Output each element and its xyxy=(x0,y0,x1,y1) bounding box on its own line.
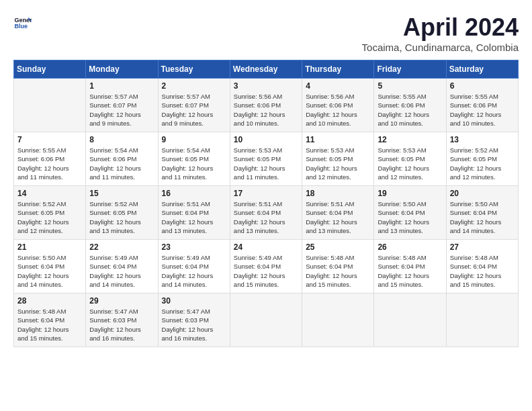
calendar-cell: 18Sunrise: 5:51 AM Sunset: 6:04 PM Dayli… xyxy=(302,186,374,240)
cell-info: Sunrise: 5:48 AM Sunset: 6:04 PM Dayligh… xyxy=(306,253,370,289)
calendar-week-row: 14Sunrise: 5:52 AM Sunset: 6:05 PM Dayli… xyxy=(14,186,519,240)
calendar-body: 1Sunrise: 5:57 AM Sunset: 6:07 PM Daylig… xyxy=(14,79,519,347)
day-of-week-header: Tuesday xyxy=(158,60,230,79)
logo-icon: General Blue xyxy=(13,13,32,32)
cell-info: Sunrise: 5:52 AM Sunset: 6:05 PM Dayligh… xyxy=(450,146,515,181)
cell-info: Sunrise: 5:48 AM Sunset: 6:04 PM Dayligh… xyxy=(17,307,82,342)
day-number: 26 xyxy=(378,242,442,252)
day-of-week-header: Thursday xyxy=(302,60,374,79)
day-number: 18 xyxy=(306,189,370,198)
calendar-cell: 29Sunrise: 5:47 AM Sunset: 6:03 PM Dayli… xyxy=(86,293,158,347)
day-number: 22 xyxy=(89,242,154,252)
cell-info: Sunrise: 5:50 AM Sunset: 6:04 PM Dayligh… xyxy=(378,199,442,235)
cell-info: Sunrise: 5:53 AM Sunset: 6:05 PM Dayligh… xyxy=(306,146,370,181)
svg-text:Blue: Blue xyxy=(14,23,28,30)
calendar-cell: 1Sunrise: 5:57 AM Sunset: 6:07 PM Daylig… xyxy=(86,79,158,132)
day-number: 6 xyxy=(450,81,515,91)
location: Tocaima, Cundinamarca, Colombia xyxy=(362,42,519,53)
calendar-cell: 16Sunrise: 5:51 AM Sunset: 6:04 PM Dayli… xyxy=(158,186,230,240)
calendar-cell: 19Sunrise: 5:50 AM Sunset: 6:04 PM Dayli… xyxy=(374,186,446,240)
day-number: 9 xyxy=(162,135,226,144)
day-number: 25 xyxy=(306,242,370,252)
cell-info: Sunrise: 5:50 AM Sunset: 6:04 PM Dayligh… xyxy=(450,199,515,235)
day-number: 15 xyxy=(89,189,154,198)
calendar-week-row: 28Sunrise: 5:48 AM Sunset: 6:04 PM Dayli… xyxy=(14,293,519,347)
cell-info: Sunrise: 5:55 AM Sunset: 6:06 PM Dayligh… xyxy=(378,92,442,128)
day-number: 24 xyxy=(234,242,298,252)
day-of-week-header: Friday xyxy=(374,60,446,79)
calendar-cell: 6Sunrise: 5:55 AM Sunset: 6:06 PM Daylig… xyxy=(446,79,518,132)
cell-info: Sunrise: 5:56 AM Sunset: 6:06 PM Dayligh… xyxy=(234,92,298,128)
day-number: 11 xyxy=(306,135,370,144)
cell-info: Sunrise: 5:53 AM Sunset: 6:05 PM Dayligh… xyxy=(378,146,442,181)
calendar-cell: 27Sunrise: 5:48 AM Sunset: 6:04 PM Dayli… xyxy=(446,240,518,293)
calendar-cell: 8Sunrise: 5:54 AM Sunset: 6:06 PM Daylig… xyxy=(86,132,158,186)
cell-info: Sunrise: 5:56 AM Sunset: 6:06 PM Dayligh… xyxy=(306,92,370,128)
calendar-cell: 11Sunrise: 5:53 AM Sunset: 6:05 PM Dayli… xyxy=(302,132,374,186)
month-title: April 2024 xyxy=(362,13,519,42)
calendar-cell: 4Sunrise: 5:56 AM Sunset: 6:06 PM Daylig… xyxy=(302,79,374,132)
calendar-week-row: 1Sunrise: 5:57 AM Sunset: 6:07 PM Daylig… xyxy=(14,79,519,132)
calendar-table: SundayMondayTuesdayWednesdayThursdayFrid… xyxy=(13,60,519,347)
day-number: 5 xyxy=(378,81,442,91)
day-number: 4 xyxy=(306,81,370,91)
calendar-cell: 7Sunrise: 5:55 AM Sunset: 6:06 PM Daylig… xyxy=(14,132,86,186)
day-of-week-header: Sunday xyxy=(14,60,86,79)
day-number: 23 xyxy=(162,242,226,252)
calendar-cell xyxy=(446,293,518,347)
day-number: 20 xyxy=(450,189,515,198)
cell-info: Sunrise: 5:55 AM Sunset: 6:06 PM Dayligh… xyxy=(450,92,515,128)
calendar-cell: 10Sunrise: 5:53 AM Sunset: 6:05 PM Dayli… xyxy=(230,132,302,186)
day-number: 2 xyxy=(162,81,226,91)
calendar-cell: 25Sunrise: 5:48 AM Sunset: 6:04 PM Dayli… xyxy=(302,240,374,293)
calendar-cell: 14Sunrise: 5:52 AM Sunset: 6:05 PM Dayli… xyxy=(14,186,86,240)
calendar-week-row: 7Sunrise: 5:55 AM Sunset: 6:06 PM Daylig… xyxy=(14,132,519,186)
cell-info: Sunrise: 5:47 AM Sunset: 6:03 PM Dayligh… xyxy=(89,307,154,342)
calendar-header-row: SundayMondayTuesdayWednesdayThursdayFrid… xyxy=(14,60,519,79)
calendar-cell xyxy=(14,79,86,132)
calendar-week-row: 21Sunrise: 5:50 AM Sunset: 6:04 PM Dayli… xyxy=(14,240,519,293)
cell-info: Sunrise: 5:54 AM Sunset: 6:06 PM Dayligh… xyxy=(89,146,154,181)
day-number: 19 xyxy=(378,189,442,198)
cell-info: Sunrise: 5:51 AM Sunset: 6:04 PM Dayligh… xyxy=(306,199,370,235)
calendar-cell: 3Sunrise: 5:56 AM Sunset: 6:06 PM Daylig… xyxy=(230,79,302,132)
cell-info: Sunrise: 5:54 AM Sunset: 6:05 PM Dayligh… xyxy=(162,146,226,181)
logo: General Blue xyxy=(13,13,32,32)
cell-info: Sunrise: 5:47 AM Sunset: 6:03 PM Dayligh… xyxy=(162,307,226,342)
calendar-cell: 9Sunrise: 5:54 AM Sunset: 6:05 PM Daylig… xyxy=(158,132,230,186)
calendar-cell: 28Sunrise: 5:48 AM Sunset: 6:04 PM Dayli… xyxy=(14,293,86,347)
cell-info: Sunrise: 5:48 AM Sunset: 6:04 PM Dayligh… xyxy=(378,253,442,289)
cell-info: Sunrise: 5:49 AM Sunset: 6:04 PM Dayligh… xyxy=(89,253,154,289)
calendar-cell: 26Sunrise: 5:48 AM Sunset: 6:04 PM Dayli… xyxy=(374,240,446,293)
day-number: 28 xyxy=(17,296,82,306)
calendar-cell: 5Sunrise: 5:55 AM Sunset: 6:06 PM Daylig… xyxy=(374,79,446,132)
day-number: 1 xyxy=(89,81,154,91)
day-of-week-header: Wednesday xyxy=(230,60,302,79)
cell-info: Sunrise: 5:49 AM Sunset: 6:04 PM Dayligh… xyxy=(234,253,298,289)
cell-info: Sunrise: 5:53 AM Sunset: 6:05 PM Dayligh… xyxy=(234,146,298,181)
calendar-cell: 13Sunrise: 5:52 AM Sunset: 6:05 PM Dayli… xyxy=(446,132,518,186)
cell-info: Sunrise: 5:57 AM Sunset: 6:07 PM Dayligh… xyxy=(162,92,226,128)
day-number: 3 xyxy=(234,81,298,91)
calendar-cell xyxy=(230,293,302,347)
calendar-cell: 24Sunrise: 5:49 AM Sunset: 6:04 PM Dayli… xyxy=(230,240,302,293)
calendar-cell: 21Sunrise: 5:50 AM Sunset: 6:04 PM Dayli… xyxy=(14,240,86,293)
day-number: 17 xyxy=(234,189,298,198)
calendar-cell xyxy=(302,293,374,347)
calendar-cell: 22Sunrise: 5:49 AM Sunset: 6:04 PM Dayli… xyxy=(86,240,158,293)
day-number: 12 xyxy=(378,135,442,144)
calendar-cell: 17Sunrise: 5:51 AM Sunset: 6:04 PM Dayli… xyxy=(230,186,302,240)
day-of-week-header: Monday xyxy=(86,60,158,79)
day-number: 8 xyxy=(89,135,154,144)
day-number: 13 xyxy=(450,135,515,144)
calendar-cell: 15Sunrise: 5:52 AM Sunset: 6:05 PM Dayli… xyxy=(86,186,158,240)
cell-info: Sunrise: 5:52 AM Sunset: 6:05 PM Dayligh… xyxy=(89,199,154,235)
calendar-cell: 12Sunrise: 5:53 AM Sunset: 6:05 PM Dayli… xyxy=(374,132,446,186)
day-number: 16 xyxy=(162,189,226,198)
cell-info: Sunrise: 5:51 AM Sunset: 6:04 PM Dayligh… xyxy=(162,199,226,235)
calendar-cell: 2Sunrise: 5:57 AM Sunset: 6:07 PM Daylig… xyxy=(158,79,230,132)
day-number: 27 xyxy=(450,242,515,252)
day-number: 29 xyxy=(89,296,154,306)
calendar-cell: 23Sunrise: 5:49 AM Sunset: 6:04 PM Dayli… xyxy=(158,240,230,293)
calendar-cell: 20Sunrise: 5:50 AM Sunset: 6:04 PM Dayli… xyxy=(446,186,518,240)
